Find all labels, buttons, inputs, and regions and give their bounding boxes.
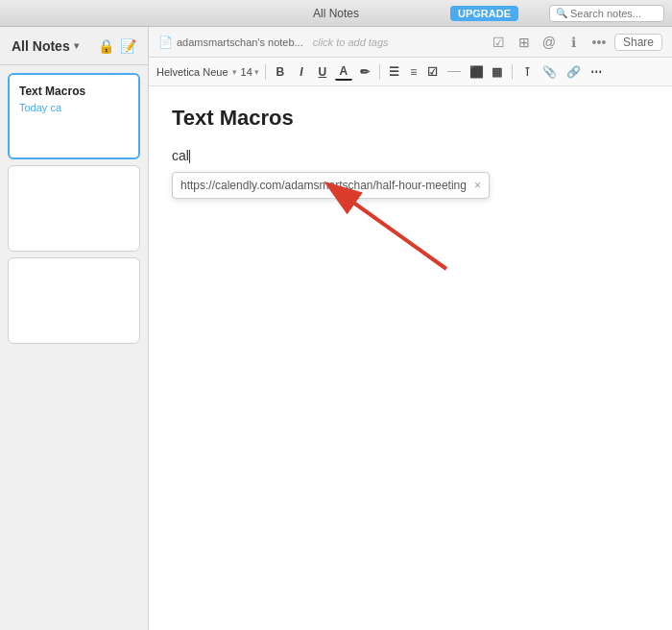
sidebar-header: All Notes ▾ 🔒 📝	[0, 27, 148, 65]
toolbar-divider-2	[379, 64, 380, 80]
toolbar-divider-1	[265, 64, 266, 80]
search-icon: 🔍	[556, 8, 567, 18]
note-card-1[interactable]: Text Macros Today ca	[8, 73, 140, 159]
bold-button[interactable]: B	[272, 64, 289, 80]
format-toolbar: Helvetica Neue ▾ 14 ▾ B I U A ✏ ☰ ≡ ☑ ⬛ …	[149, 58, 672, 86]
typed-text: cal	[172, 148, 189, 163]
checklist-icon[interactable]: ☑	[424, 64, 442, 80]
font-name-chevron[interactable]: ▾	[232, 67, 237, 77]
main-container: All Notes ▾ 🔒 📝 Text Macros Today ca	[0, 27, 672, 630]
new-note-icon[interactable]: 📝	[120, 38, 136, 54]
note-card-2[interactable]	[8, 165, 140, 252]
align-right-icon[interactable]: ▦	[489, 64, 506, 80]
lock-icon[interactable]: 🔒	[98, 38, 114, 54]
attachment-icon[interactable]: 📎	[540, 64, 560, 80]
content-area: 📄 adamsmartschan's noteb... click to add…	[149, 27, 672, 630]
font-size-control: 14 ▾	[241, 66, 259, 78]
sidebar-header-icons: 🔒 📝	[98, 38, 136, 54]
info-icon[interactable]: ℹ	[564, 33, 584, 52]
italic-button[interactable]: I	[293, 64, 310, 80]
list-controls: ☰ ≡ ☑	[386, 64, 442, 80]
unordered-list-icon[interactable]: ☰	[386, 64, 403, 80]
note-title: Text Macros	[172, 106, 649, 131]
upgrade-button[interactable]: UPGRADE	[450, 6, 518, 21]
more-icon[interactable]: •••	[589, 33, 609, 52]
sidebar-title[interactable]: All Notes ▾	[12, 38, 92, 54]
note-card-3[interactable]	[8, 257, 140, 344]
more-format-icon[interactable]: ⋯	[588, 64, 605, 80]
sidebar-notes: Text Macros Today ca	[0, 65, 148, 630]
note-file-icon: 📄	[158, 36, 173, 49]
title-bar: All Notes UPGRADE ↻ 🔔 🔍	[0, 0, 672, 27]
ordered-list-icon[interactable]: ≡	[405, 64, 422, 80]
font-name-selector[interactable]: Helvetica Neue	[156, 66, 228, 78]
link-icon[interactable]: 🔗	[564, 64, 584, 80]
align-controls: ⬛ ▦	[467, 64, 506, 80]
paint-brush-icon[interactable]: ✏	[356, 64, 373, 80]
autocomplete-url: https://calendly.com/adamsmartschan/half…	[180, 177, 467, 194]
note-card-title: Text Macros	[19, 85, 129, 98]
color-button[interactable]: A	[335, 63, 352, 81]
share-button[interactable]: Share	[614, 34, 662, 51]
window-title: All Notes	[313, 7, 359, 20]
insert-icon[interactable]: ⊺	[518, 64, 536, 80]
note-body[interactable]: cal https://calendly.com/adamsmartschan/…	[172, 146, 649, 199]
search-box: 🔍	[549, 5, 664, 22]
align-left-icon[interactable]: ⬛	[467, 64, 487, 80]
note-header-bar: 📄 adamsmartschan's noteb... click to add…	[149, 27, 672, 58]
text-cursor	[189, 150, 190, 163]
sidebar: All Notes ▾ 🔒 📝 Text Macros Today ca	[0, 27, 149, 630]
svg-line-1	[346, 197, 446, 269]
autocomplete-dropdown[interactable]: https://calendly.com/adamsmartschan/half…	[172, 172, 490, 199]
table-icon[interactable]: ⊞	[515, 33, 534, 52]
font-size-value[interactable]: 14	[241, 66, 252, 78]
toolbar-divider-3	[512, 64, 513, 80]
note-editor[interactable]: Text Macros cal https://calendly.com/ada…	[149, 86, 672, 630]
at-icon[interactable]: @	[540, 33, 559, 52]
underline-button[interactable]: U	[314, 64, 331, 80]
search-input[interactable]	[570, 8, 658, 19]
note-card-date: Today ca	[19, 102, 129, 113]
tag-placeholder[interactable]: click to add tags	[313, 36, 389, 48]
note-breadcrumb: 📄 adamsmartschan's noteb... click to add…	[158, 36, 482, 49]
checkbox-icon[interactable]: ☑	[490, 33, 509, 52]
autocomplete-close-button[interactable]: ×	[474, 177, 481, 194]
note-header-actions: ☑ ⊞ @ ℹ ••• Share	[490, 33, 662, 52]
chevron-down-icon: ▾	[74, 40, 79, 51]
font-size-chevron[interactable]: ▾	[254, 67, 259, 77]
toolbar-separator	[447, 71, 461, 72]
